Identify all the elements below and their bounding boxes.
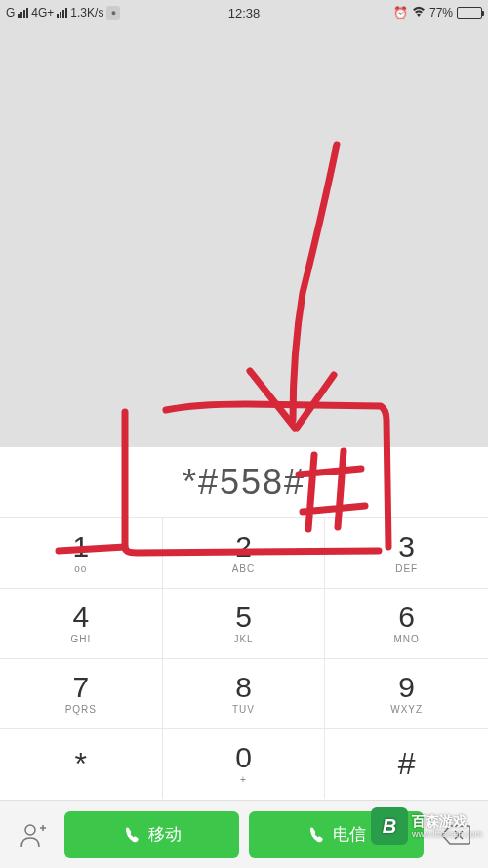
phone-icon: [307, 826, 325, 844]
network-type: 4G+: [31, 6, 54, 20]
key-7[interactable]: 7PQRS: [0, 658, 163, 728]
sim1-label: 移动: [148, 823, 182, 846]
key-5[interactable]: 5JKL: [163, 588, 326, 658]
wechat-icon: ●: [106, 6, 120, 20]
dialed-number: *#558#: [0, 447, 488, 517]
key-4[interactable]: 4GHI: [0, 588, 163, 658]
add-contact-button[interactable]: [10, 812, 55, 857]
phone-icon: [123, 826, 141, 844]
watermark-logo-icon: B: [371, 807, 408, 845]
signal-bars-1-icon: [18, 8, 28, 18]
alarm-icon: ⏰: [393, 6, 408, 20]
data-speed: 1.3K/s: [70, 6, 103, 20]
network-label: G: [6, 6, 15, 20]
status-bar: G 4G+ 1.3K/s ● 12:38 ⏰ 77%: [0, 0, 488, 25]
add-person-icon: [18, 822, 47, 847]
watermark-url: www.lfbaisen.com: [412, 830, 482, 839]
clock: 12:38: [228, 6, 261, 21]
status-right: ⏰ 77%: [393, 6, 482, 21]
svg-point-0: [25, 825, 35, 835]
key-star[interactable]: *: [0, 728, 163, 799]
watermark: B 百森游戏 www.lfbaisen.com: [371, 807, 482, 845]
status-left: G 4G+ 1.3K/s ●: [6, 6, 120, 20]
wifi-icon: [412, 6, 426, 21]
call-sim1-button[interactable]: 移动: [64, 811, 239, 858]
signal-bars-2-icon: [57, 8, 67, 18]
key-1[interactable]: 1oo: [0, 517, 163, 588]
battery-percent: 77%: [429, 6, 453, 20]
key-8[interactable]: 8TUV: [163, 658, 326, 728]
empty-area: [0, 25, 488, 447]
voicemail-icon: oo: [74, 563, 87, 574]
sim2-label: 电信: [333, 823, 366, 846]
battery-icon: [457, 7, 482, 19]
dialer-panel: *#558# 1oo 2ABC 3DEF 4GHI 5JKL 6MNO 7PQR…: [0, 447, 488, 868]
key-3[interactable]: 3DEF: [325, 517, 488, 588]
key-9[interactable]: 9WXYZ: [325, 658, 488, 728]
key-0[interactable]: 0+: [163, 728, 326, 799]
keypad: 1oo 2ABC 3DEF 4GHI 5JKL 6MNO 7PQRS 8TUV …: [0, 517, 488, 799]
key-6[interactable]: 6MNO: [325, 588, 488, 658]
watermark-brand: 百森游戏: [412, 814, 482, 828]
key-2[interactable]: 2ABC: [163, 517, 326, 588]
key-hash[interactable]: #: [325, 728, 488, 799]
